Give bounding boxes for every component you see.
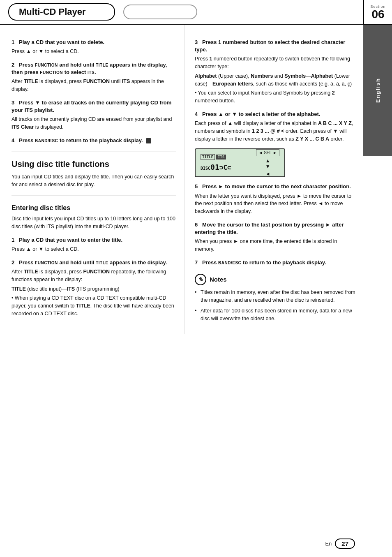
lcd-vert-arrows: ▲ ▼ — [265, 158, 270, 169]
subsection-entering-title: Entering disc titles — [12, 204, 176, 212]
lcd-tab-its: ITS — [216, 155, 226, 159]
delete-step-2-body: After TITLE is displayed, press FUNCTION… — [12, 78, 176, 93]
entering-step-2-note: • When playing a CD TEXT disc on a CD TE… — [12, 294, 176, 317]
delete-step-3: 3 Press ▼ to erase all tracks on the cur… — [12, 99, 176, 131]
section-disc-title: Using disc title functions — [12, 159, 176, 169]
section-disc-intro: You can input CD titles and display the … — [12, 173, 176, 189]
subsection-entering-text: Entering disc titles — [12, 204, 70, 211]
notes-box: ✎ Notes Titles remain in memory, even af… — [195, 274, 357, 323]
footer-en-label: En — [325, 541, 332, 547]
cursor-step-6-body: When you press ► one more time, the ente… — [195, 238, 357, 253]
lcd-disc-number: 01 — [210, 163, 219, 171]
cursor-step-5-heading: 5 Press ► to move the cursor to the next… — [195, 183, 357, 190]
section-badge: Section 06 — [363, 0, 392, 25]
header-oval — [123, 5, 197, 19]
note-item-2: After data for 100 discs has been stored… — [195, 307, 357, 323]
language-text: English — [375, 78, 381, 103]
divider-1 — [12, 152, 176, 152]
delete-step-1-heading: 1 Play a CD that you want to delete. — [12, 39, 176, 46]
cursor-step-5-body: When the letter you want is displayed, p… — [195, 192, 357, 215]
char-step-4: 4 Press ▲ or ▼ to select a letter of the… — [195, 111, 357, 143]
char-step-3-body3: • You can select to input Numbers and Sy… — [195, 89, 357, 105]
stop-icon — [146, 138, 151, 143]
cursor-step-7-heading: 7 Press BAND/ESC to return to the playba… — [195, 259, 357, 266]
lcd-arrow-down: ▼ — [265, 164, 270, 169]
cursor-step-6-heading: 6 Move the cursor to the last position b… — [195, 221, 357, 236]
entering-step-2-heading: 2 Press FUNCTION and hold until TITLE ap… — [12, 259, 176, 266]
char-step-3-heading: 3 Press 1 numbered button to select the … — [195, 39, 357, 53]
entering-step-1-heading: 1 Play a CD that you want to enter the t… — [12, 236, 176, 244]
notes-list: Titles remain in memory, even after the … — [195, 289, 357, 323]
delete-step-3-body: All tracks on the currently playing CD a… — [12, 116, 176, 131]
lcd-disc-label: DISC — [201, 166, 210, 171]
entering-step-2-list: TITLE (disc title input)—ITS (ITS progra… — [12, 285, 176, 293]
footer: En 27 — [325, 539, 355, 549]
footer-page-number: 27 — [335, 539, 355, 549]
notes-label: Notes — [210, 276, 227, 283]
entering-step-1-body: Press ▲ or ▼ to select a CD. — [12, 245, 176, 253]
char-step-3-body1: Press 1 numbered button repeatedly to sw… — [195, 55, 357, 71]
char-step-4-heading: 4 Press ▲ or ▼ to select a letter of the… — [195, 111, 357, 118]
delete-step-3-heading: 3 Press ▼ to erase all tracks on the cur… — [12, 99, 176, 114]
entering-step-2-body: After TITLE is displayed, press FUNCTION… — [12, 268, 176, 284]
page: Multi-CD Player Section 06 English 1 Pla… — [0, 0, 392, 557]
note-item-1: Titles remain in memory, even after the … — [195, 289, 357, 304]
lcd-sel-right: ► — [273, 150, 277, 155]
lcd-back-arrow: ◄ — [265, 171, 270, 177]
divider-2 — [12, 196, 176, 196]
lcd-left-panel: TITLE ITS DISC01⊃C⊂ — [201, 154, 231, 171]
delete-step-1: 1 Play a CD that you want to delete. Pre… — [12, 39, 176, 55]
entering-intro: Disc title input lets you input CD title… — [12, 215, 176, 231]
lcd-chars: ⊃C⊂ — [219, 164, 231, 171]
lcd-display: TITLE ITS DISC01⊃C⊂ ◄ SEL ► ▲ ▼ — [195, 148, 285, 177]
delete-step-2: 2 Press FUNCTION and hold until TITLE ap… — [12, 61, 176, 93]
right-column: 3 Press 1 numbered button to select the … — [185, 25, 392, 334]
left-column: 1 Play a CD that you want to delete. Pre… — [0, 25, 185, 334]
char-step-3-body2: Alphabet (Upper case), Numbers and Symbo… — [195, 72, 357, 88]
lcd-sel-label: SEL — [264, 150, 272, 155]
notes-icon: ✎ — [195, 274, 206, 285]
delete-step-4-heading: 4 Press BAND/ESC to return to the playba… — [12, 137, 176, 144]
sidebar-language-label: English — [363, 25, 392, 156]
entering-step-2: 2 Press FUNCTION and hold until TITLE ap… — [12, 259, 176, 318]
lcd-tab-title: TITLE — [201, 154, 215, 160]
header-middle — [115, 0, 392, 24]
lcd-sel-left: ◄ — [258, 150, 263, 155]
cursor-step-5: 5 Press ► to move the cursor to the next… — [195, 183, 357, 215]
delete-step-2-heading: 2 Press FUNCTION and hold until TITLE ap… — [12, 61, 176, 76]
char-step-4-body: Each press of ▲ will display a letter of… — [195, 120, 357, 143]
delete-step-4: 4 Press BAND/ESC to return to the playba… — [12, 137, 176, 144]
page-title: Multi-CD Player — [8, 3, 115, 21]
char-step-3: 3 Press 1 numbered button to select the … — [195, 39, 357, 105]
lcd-right-panel: ◄ SEL ► ▲ ▼ ◄ — [256, 149, 279, 177]
cursor-step-6: 6 Move the cursor to the last position b… — [195, 221, 357, 253]
cursor-step-7: 7 Press BAND/ESC to return to the playba… — [195, 259, 357, 266]
section-disc-title-text: Using disc title functions — [12, 159, 109, 169]
entering-intro-text: Disc title input lets you input CD title… — [12, 216, 175, 229]
header: Multi-CD Player Section 06 — [0, 0, 392, 25]
notes-header: ✎ Notes — [195, 274, 357, 285]
title-text: Multi-CD Player — [19, 7, 86, 17]
page-number-text: 27 — [341, 540, 348, 547]
lcd-title-row: TITLE ITS — [201, 154, 231, 161]
lcd-arrow-up: ▲ — [265, 158, 270, 164]
delete-step-1-body: Press ▲ or ▼ to select a CD. — [12, 48, 176, 55]
lcd-main-row: DISC01⊃C⊂ — [201, 163, 231, 171]
entering-step-1: 1 Play a CD that you want to enter the t… — [12, 236, 176, 253]
main-content: 1 Play a CD that you want to delete. Pre… — [0, 25, 392, 334]
disc-intro-text: You can input CD titles and display the … — [12, 174, 174, 187]
section-number: 06 — [371, 9, 384, 20]
lcd-sel-arrows: ◄ SEL ► — [256, 149, 279, 156]
